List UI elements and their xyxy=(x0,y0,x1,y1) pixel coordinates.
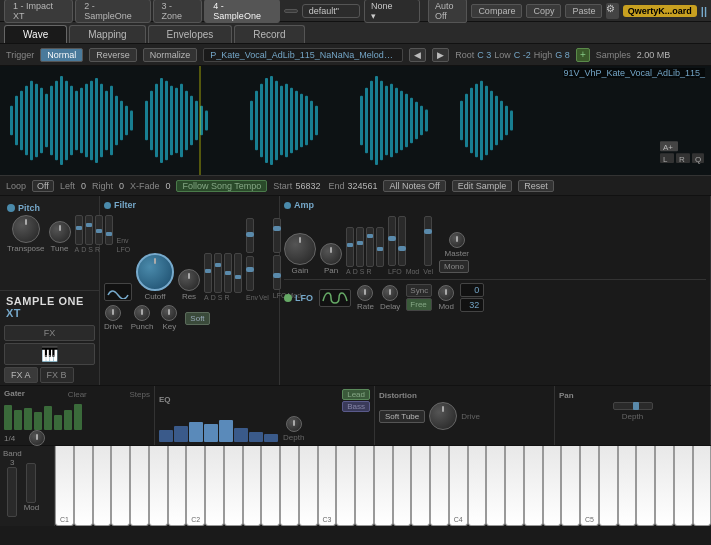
amp-adsr-s[interactable] xyxy=(366,227,374,267)
white-key[interactable]: C3 xyxy=(318,446,337,526)
white-key[interactable] xyxy=(524,446,543,526)
edit-sample-btn[interactable]: Edit Sample xyxy=(452,180,513,192)
tab-mapping[interactable]: Mapping xyxy=(69,25,145,43)
gater-bar-2[interactable] xyxy=(14,410,22,430)
copy-btn[interactable]: Copy xyxy=(526,4,561,18)
punch-knob[interactable] xyxy=(134,305,150,321)
white-key[interactable] xyxy=(636,446,655,526)
tab-record[interactable]: Record xyxy=(234,25,304,43)
gain-knob[interactable] xyxy=(284,233,316,265)
res-knob[interactable] xyxy=(178,269,200,291)
white-key[interactable] xyxy=(224,446,243,526)
lead-btn[interactable]: Lead xyxy=(342,389,370,400)
next-sample-btn[interactable]: ▶ xyxy=(432,48,449,62)
none-dropdown[interactable]: None ▾ xyxy=(364,0,420,23)
white-key[interactable] xyxy=(655,446,674,526)
white-key[interactable] xyxy=(111,446,130,526)
sync-btn[interactable]: Sync xyxy=(406,284,432,297)
gater-bar-5[interactable] xyxy=(44,406,52,430)
eq-band-1[interactable] xyxy=(159,430,173,442)
white-key[interactable]: C1 xyxy=(55,446,74,526)
white-key[interactable] xyxy=(149,446,168,526)
transpose-knob[interactable] xyxy=(12,215,40,243)
free-btn[interactable]: Free xyxy=(406,298,432,311)
master-knob[interactable] xyxy=(449,232,465,248)
white-key[interactable] xyxy=(130,446,149,526)
tab-envelopes[interactable]: Envelopes xyxy=(148,25,233,43)
eq-band-5[interactable] xyxy=(219,420,233,442)
add-sample-btn[interactable]: + xyxy=(576,48,590,62)
pitch-adsr-a[interactable] xyxy=(75,215,83,245)
white-key[interactable] xyxy=(561,446,580,526)
white-key[interactable] xyxy=(543,446,562,526)
filter-adsr-d[interactable] xyxy=(214,253,222,293)
auto-off-btn[interactable]: Auto Off xyxy=(428,0,467,23)
filter-wave-selector[interactable] xyxy=(104,283,132,301)
white-key[interactable] xyxy=(693,446,712,526)
paste-btn[interactable]: Paste xyxy=(565,4,602,18)
reverse-btn[interactable]: Reverse xyxy=(89,48,137,62)
reset-btn[interactable]: Reset xyxy=(518,180,554,192)
filter-env-fader[interactable] xyxy=(246,218,254,253)
cutoff-knob[interactable] xyxy=(136,253,174,291)
tab-wave[interactable]: Wave xyxy=(4,25,67,43)
settings-icon[interactable]: ⚙ xyxy=(606,3,618,19)
filter-vel-fader[interactable] xyxy=(246,256,254,291)
top-bar-tab-4[interactable]: 4 - SampleOne xyxy=(204,0,279,23)
pan-fader[interactable] xyxy=(613,402,653,410)
white-key[interactable] xyxy=(243,446,262,526)
normalize-btn[interactable]: Normalize xyxy=(143,48,198,62)
white-key[interactable]: C4 xyxy=(449,446,468,526)
amp-vel-fader[interactable] xyxy=(424,216,432,266)
eq-band-6[interactable] xyxy=(234,428,248,442)
mod-fader[interactable] xyxy=(26,463,36,503)
soft-btn[interactable]: Soft xyxy=(185,312,209,325)
eq-band-8[interactable] xyxy=(264,434,278,442)
white-key[interactable] xyxy=(411,446,430,526)
dist-drive-knob[interactable] xyxy=(429,402,457,430)
white-key[interactable] xyxy=(299,446,318,526)
filter-adsr-r[interactable] xyxy=(234,253,242,293)
fx-btn[interactable]: FX xyxy=(4,325,95,341)
white-key[interactable]: C5 xyxy=(580,446,599,526)
gater-bar-6[interactable] xyxy=(54,415,62,430)
white-key[interactable] xyxy=(599,446,618,526)
gater-bar-3[interactable] xyxy=(24,408,32,430)
gater-bar-4[interactable] xyxy=(34,412,42,430)
filename-display[interactable]: P_Kate_Vocal_AdLib_115_NaNaNa_Melody_Cl xyxy=(203,48,403,62)
white-key[interactable] xyxy=(468,446,487,526)
waveform-area[interactable]: L R Q A+ 91V_VhP_Kate_Vocal_AdLib_115_ xyxy=(0,66,711,176)
white-key[interactable] xyxy=(374,446,393,526)
white-key[interactable] xyxy=(486,446,505,526)
gater-bar-1[interactable] xyxy=(4,405,12,430)
compare-btn[interactable]: Compare xyxy=(471,4,522,18)
white-key[interactable] xyxy=(674,446,693,526)
prev-sample-btn[interactable]: ◀ xyxy=(409,48,426,62)
white-key[interactable] xyxy=(355,446,374,526)
white-key[interactable] xyxy=(280,446,299,526)
eq-band-2[interactable] xyxy=(174,426,188,442)
lfo-wave-selector[interactable] xyxy=(319,289,351,307)
bass-btn[interactable]: Bass xyxy=(342,401,370,412)
white-key[interactable] xyxy=(205,446,224,526)
white-key[interactable] xyxy=(93,446,112,526)
follow-tempo-btn[interactable]: Follow Song Tempo xyxy=(176,180,267,192)
white-key[interactable] xyxy=(74,446,93,526)
eq-band-4[interactable] xyxy=(204,424,218,442)
mono-btn[interactable]: Mono xyxy=(439,260,469,273)
white-key[interactable] xyxy=(168,446,187,526)
eq-band-7[interactable] xyxy=(249,432,263,442)
white-key[interactable] xyxy=(618,446,637,526)
drive-knob[interactable] xyxy=(105,305,121,321)
eq-band-3[interactable] xyxy=(189,422,203,442)
amp-mod-fader[interactable] xyxy=(398,216,406,266)
white-key[interactable] xyxy=(505,446,524,526)
loop-dropdown[interactable]: Off xyxy=(32,180,54,192)
band-fader[interactable] xyxy=(7,467,17,517)
filter-adsr-s[interactable] xyxy=(224,253,232,293)
white-key[interactable] xyxy=(336,446,355,526)
top-bar-tab-2[interactable]: 2 - SampleOne xyxy=(75,0,150,23)
amp-adsr-d[interactable] xyxy=(356,227,364,267)
gater-depth-knob[interactable] xyxy=(29,430,45,446)
amp-lfo-fader[interactable] xyxy=(388,216,396,266)
